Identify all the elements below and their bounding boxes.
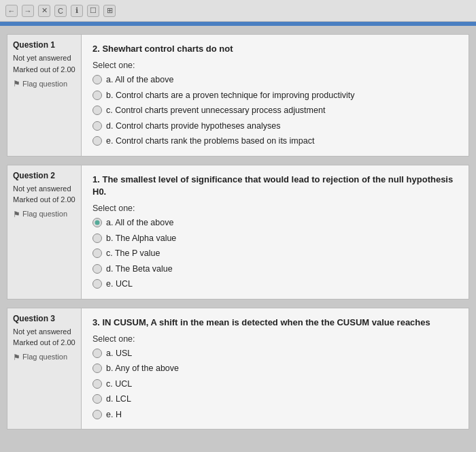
select-label-2: Select one: bbox=[92, 204, 458, 213]
option-radio-1-2[interactable] bbox=[92, 106, 102, 115]
option-item-2-2[interactable]: c. The P value bbox=[92, 248, 458, 260]
option-list-3: a. USLb. Any of the abovec. UCLd. LCLe. … bbox=[92, 348, 458, 421]
question-title-1: Question 1 bbox=[13, 39, 75, 51]
option-label-1-2: c. Control charts prevent unnecessary pr… bbox=[106, 105, 325, 117]
flag-icon-1: ⚑ bbox=[13, 78, 20, 90]
forward-button[interactable]: → bbox=[22, 5, 34, 17]
question-text-2: 1. The smallest level of significance th… bbox=[92, 174, 458, 198]
option-radio-3-0[interactable] bbox=[92, 349, 102, 358]
option-item-2-3[interactable]: d. The Beta value bbox=[92, 263, 458, 276]
option-radio-3-4[interactable] bbox=[92, 410, 102, 419]
option-item-3-4[interactable]: e. H bbox=[92, 409, 458, 421]
option-label-2-4: e. UCL bbox=[106, 278, 133, 291]
question-title-3: Question 3 bbox=[13, 312, 75, 325]
window-button[interactable]: ☐ bbox=[87, 5, 99, 17]
option-item-3-3[interactable]: d. LCL bbox=[92, 393, 458, 406]
question-sidebar-1: Question 1Not yet answeredMarked out of … bbox=[7, 34, 82, 157]
option-radio-1-1[interactable] bbox=[92, 91, 102, 100]
option-list-1: a. All of the aboveb. Control charts are… bbox=[92, 74, 458, 148]
option-radio-1-4[interactable] bbox=[92, 136, 102, 146]
browser-bar: ← → ✕ C ℹ ☐ ⊞ bbox=[0, 0, 476, 22]
option-radio-1-3[interactable] bbox=[92, 121, 102, 131]
option-item-2-0[interactable]: a. All of the above bbox=[92, 217, 458, 229]
question-flag-1[interactable]: ⚑ Flag question bbox=[13, 78, 75, 90]
refresh-button[interactable]: C bbox=[54, 5, 67, 17]
option-label-1-4: e. Control charts rank the problems base… bbox=[106, 135, 314, 148]
option-radio-2-0[interactable] bbox=[92, 218, 102, 227]
option-label-3-0: a. USL bbox=[106, 348, 132, 360]
option-label-2-1: b. The Alpha value bbox=[106, 233, 176, 245]
question-block-1: Question 1Not yet answeredMarked out of … bbox=[7, 34, 469, 157]
question-flag-2[interactable]: ⚑ Flag question bbox=[13, 208, 75, 221]
option-label-3-3: d. LCL bbox=[106, 393, 131, 406]
back-button[interactable]: ← bbox=[5, 5, 18, 17]
option-label-3-2: c. UCL bbox=[106, 378, 132, 391]
option-item-1-4[interactable]: e. Control charts rank the problems base… bbox=[92, 135, 458, 148]
option-radio-2-2[interactable] bbox=[92, 248, 102, 258]
option-item-1-3[interactable]: d. Control charts provide hypotheses ana… bbox=[92, 120, 458, 133]
question-status-2: Not yet answered bbox=[13, 183, 75, 195]
question-marked-1: Marked out of 2.00 bbox=[13, 64, 75, 76]
option-label-2-2: c. The P value bbox=[106, 248, 160, 260]
question-status-1: Not yet answered bbox=[13, 52, 75, 64]
question-title-2: Question 2 bbox=[13, 170, 75, 182]
question-main-2: 1. The smallest level of significance th… bbox=[82, 165, 469, 300]
question-marked-3: Marked out of 2.00 bbox=[13, 337, 75, 349]
question-block-2: Question 2Not yet answeredMarked out of … bbox=[7, 165, 469, 300]
option-item-3-0[interactable]: a. USL bbox=[92, 348, 458, 360]
option-label-3-1: b. Any of the above bbox=[106, 363, 179, 375]
option-label-3-4: e. H bbox=[106, 409, 122, 421]
question-status-3: Not yet answered bbox=[13, 326, 75, 338]
page-content: Question 1Not yet answeredMarked out of … bbox=[0, 26, 476, 438]
question-text-3: 3. IN CUSUM, A shift in the mean is dete… bbox=[92, 317, 458, 329]
option-radio-3-1[interactable] bbox=[92, 364, 102, 373]
grid-button[interactable]: ⊞ bbox=[103, 5, 116, 17]
option-radio-3-3[interactable] bbox=[92, 394, 102, 404]
question-text-1: 2. Shewhart control charts do not bbox=[92, 43, 458, 55]
question-flag-3[interactable]: ⚑ Flag question bbox=[13, 351, 75, 364]
option-label-1-0: a. All of the above bbox=[106, 74, 173, 86]
question-block-3: Question 3Not yet answeredMarked out of … bbox=[7, 308, 469, 430]
option-item-2-4[interactable]: e. UCL bbox=[92, 278, 458, 291]
option-item-1-2[interactable]: c. Control charts prevent unnecessary pr… bbox=[92, 105, 458, 117]
question-marked-2: Marked out of 2.00 bbox=[13, 194, 75, 206]
select-label-1: Select one: bbox=[92, 61, 458, 70]
option-radio-2-1[interactable] bbox=[92, 233, 102, 243]
select-label-3: Select one: bbox=[92, 334, 458, 344]
option-item-2-1[interactable]: b. The Alpha value bbox=[92, 233, 458, 245]
option-radio-1-0[interactable] bbox=[92, 75, 102, 84]
flag-icon-2: ⚑ bbox=[13, 208, 20, 221]
question-main-3: 3. IN CUSUM, A shift in the mean is dete… bbox=[82, 308, 469, 430]
question-sidebar-2: Question 2Not yet answeredMarked out of … bbox=[7, 165, 82, 300]
option-item-1-1[interactable]: b. Control charts are a proven technique… bbox=[92, 90, 458, 102]
flag-icon-3: ⚑ bbox=[13, 351, 20, 364]
option-label-2-3: d. The Beta value bbox=[106, 263, 173, 276]
option-label-1-3: d. Control charts provide hypotheses ana… bbox=[106, 120, 280, 133]
option-item-3-2[interactable]: c. UCL bbox=[92, 378, 458, 391]
option-label-2-0: a. All of the above bbox=[106, 217, 173, 229]
option-item-1-0[interactable]: a. All of the above bbox=[92, 74, 458, 86]
question-main-1: 2. Shewhart control charts do notSelect … bbox=[82, 34, 469, 157]
option-radio-2-3[interactable] bbox=[92, 264, 102, 274]
option-item-3-1[interactable]: b. Any of the above bbox=[92, 363, 458, 375]
option-label-1-1: b. Control charts are a proven technique… bbox=[106, 90, 354, 102]
option-radio-2-4[interactable] bbox=[92, 279, 102, 289]
info-button[interactable]: ℹ bbox=[71, 5, 83, 17]
option-list-2: a. All of the aboveb. The Alpha valuec. … bbox=[92, 217, 458, 291]
close-button[interactable]: ✕ bbox=[38, 5, 50, 17]
question-sidebar-3: Question 3Not yet answeredMarked out of … bbox=[7, 308, 82, 430]
option-radio-3-2[interactable] bbox=[92, 379, 102, 389]
